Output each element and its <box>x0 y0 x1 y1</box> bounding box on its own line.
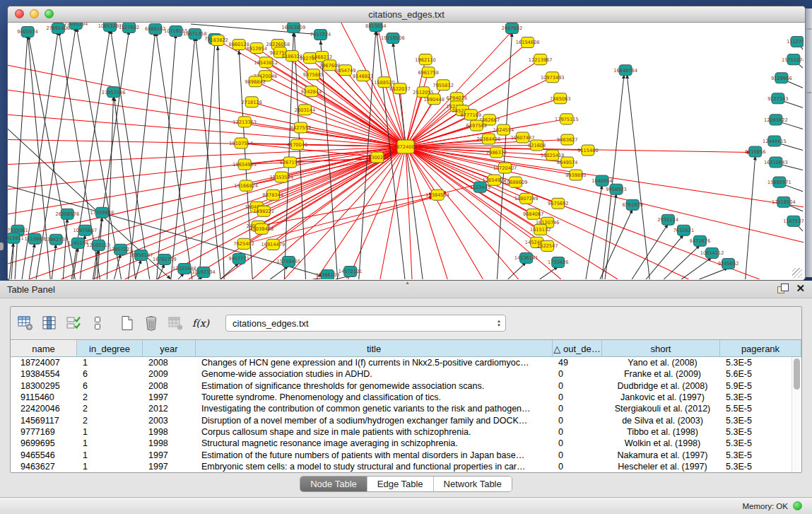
citation-edge-black[interactable] <box>196 37 220 279</box>
network-canvas[interactable]: 9405574276914062103519410653287152760264… <box>8 23 804 279</box>
table-cell-pagerank[interactable]: 5.3E-5 <box>720 450 801 460</box>
citation-edge-red[interactable] <box>8 65 406 146</box>
select-column-button[interactable] <box>39 313 60 334</box>
table-cell-out_de[interactable]: 0 <box>553 462 602 472</box>
table-cell-pagerank[interactable]: 5.3E-5 <box>720 427 801 437</box>
table-cell-out_de[interactable]: 0 <box>553 450 602 460</box>
table-row[interactable]: 969969511998Structural magnetic resonanc… <box>11 438 801 449</box>
citation-edge-black[interactable] <box>508 262 526 279</box>
table-cell-title[interactable]: Genome-wide association studies in ADHD. <box>196 369 553 379</box>
citation-edge-black[interactable] <box>220 263 239 279</box>
table-cell-short[interactable]: Hescheler et al. (1997) <box>602 462 720 472</box>
citation-edge-black[interactable] <box>627 74 649 279</box>
table-cell-year[interactable]: 1997 <box>143 450 196 460</box>
citation-edge-black[interactable] <box>540 267 558 279</box>
citation-edge-black[interactable] <box>393 42 423 279</box>
window-resize-grip[interactable] <box>792 268 802 278</box>
table-row[interactable]: 946362711997Embryonic stem cells: a mode… <box>11 461 801 472</box>
row-checks-button[interactable] <box>63 313 84 334</box>
table-cell-pagerank[interactable]: 5.6E-5 <box>720 369 801 379</box>
table-cell-short[interactable]: Wolkin et al. (1998) <box>602 438 720 448</box>
column-header-in_degree[interactable]: in_degree <box>77 340 143 356</box>
close-window-button[interactable] <box>15 9 24 18</box>
citation-edge-black[interactable] <box>284 32 293 279</box>
table-cell-pagerank[interactable]: 5.9E-5 <box>720 381 801 391</box>
table-cell-title[interactable]: Structural magnetic resonance image aver… <box>196 438 553 448</box>
table-cell-short[interactable]: Nakamura et al. (1997) <box>602 450 720 460</box>
citation-edge-red[interactable] <box>406 146 804 242</box>
table-cell-title[interactable]: Tourette syndrome. Phenomenology and cla… <box>196 392 553 402</box>
table-cell-title[interactable]: Estimation of the future numbers of pati… <box>196 450 553 460</box>
tab-node-table[interactable]: Node Table <box>300 477 367 491</box>
table-cell-pagerank[interactable]: 5.3E-5 <box>720 358 801 368</box>
table-cell-year[interactable]: 2012 <box>143 404 196 414</box>
table-cell-year[interactable]: 2008 <box>143 358 196 368</box>
table-cell-year[interactable]: 1998 <box>143 427 196 437</box>
citation-edge-black[interactable] <box>294 33 305 279</box>
citation-edge-black[interactable] <box>699 268 728 279</box>
table-cell-pagerank[interactable]: 5.3E-5 <box>720 416 801 426</box>
table-cell-name[interactable]: 22420046 <box>11 404 77 414</box>
citation-edge-black[interactable] <box>156 32 192 279</box>
new-file-button[interactable] <box>117 313 138 334</box>
table-row[interactable]: 2242004622012Investigating the contribut… <box>11 403 801 414</box>
stacked-view-button[interactable] <box>87 313 108 334</box>
citation-edge-black[interactable] <box>600 209 632 279</box>
table-row[interactable]: 1830029562008Estimation of significance … <box>11 380 801 392</box>
table-cell-short[interactable]: de Silva et al. (2003) <box>602 416 720 426</box>
table-cell-in_degree[interactable]: 1 <box>77 358 143 368</box>
citation-edge-black[interactable] <box>199 42 215 279</box>
table-cell-out_de[interactable]: 49 <box>553 358 602 368</box>
table-row[interactable]: 1872400712008Changes of HCN gene express… <box>11 357 801 368</box>
tab-edge-table[interactable]: Edge Table <box>367 477 433 491</box>
table-cell-title[interactable]: Embryonic stem cells: a model to study s… <box>196 462 553 472</box>
network-window-titlebar[interactable]: citations_edges.txt <box>8 6 805 23</box>
table-cell-out_de[interactable]: 0 <box>553 438 602 448</box>
citation-edge-black[interactable] <box>646 235 683 279</box>
table-cell-name[interactable]: 9465546 <box>11 450 77 460</box>
tab-network-table[interactable]: Network Table <box>433 477 512 491</box>
table-row[interactable]: 1938455462009Genome-wide association stu… <box>11 368 801 380</box>
table-cell-in_degree[interactable]: 2 <box>77 392 143 402</box>
table-cell-out_de[interactable]: 0 <box>553 427 602 437</box>
column-header-name[interactable]: name <box>11 340 77 356</box>
function-builder-button[interactable]: f(x) <box>189 313 213 334</box>
table-cell-in_degree[interactable]: 2 <box>77 404 143 414</box>
table-row[interactable]: 946554611997Estimation of the future num… <box>11 449 801 460</box>
table-cell-name[interactable]: 18724007 <box>11 358 77 368</box>
citation-edge-black[interactable] <box>218 46 224 279</box>
table-cell-title[interactable]: Disruption of a novel member of a sodium… <box>196 416 553 426</box>
table-cell-name[interactable]: 14569117 <box>11 416 77 426</box>
close-panel-icon[interactable]: ✕ <box>796 283 805 294</box>
table-scrollbar[interactable] <box>792 357 801 472</box>
table-cell-out_de[interactable]: 0 <box>553 369 602 379</box>
table-cell-year[interactable]: 2009 <box>143 369 196 379</box>
table-cell-short[interactable]: Stergiakouli et al. (2012) <box>602 404 720 414</box>
table-cell-title[interactable]: Corpus callosum shape and size in male p… <box>196 427 553 437</box>
citation-edge-red[interactable] <box>8 90 406 146</box>
table-row[interactable]: 977716911998Corpus callosum shape and si… <box>11 426 801 438</box>
citation-edge-black[interactable] <box>157 34 176 279</box>
citation-edge-black[interactable] <box>136 259 141 279</box>
panel-splitter-handle[interactable]: ▴ <box>406 279 409 286</box>
table-cell-in_degree[interactable]: 6 <box>77 381 143 391</box>
citation-edge-black[interactable] <box>632 224 668 279</box>
table-row[interactable]: 911546021997Tourette syndrome. Phenomeno… <box>11 392 801 403</box>
citation-edge-red[interactable] <box>406 146 760 279</box>
table-cell-name[interactable]: 19384554 <box>11 369 77 379</box>
table-cell-short[interactable]: Dudbridge et al. (2008) <box>602 381 720 391</box>
table-cell-name[interactable]: 9699695 <box>11 438 77 448</box>
table-settings-button[interactable] <box>15 313 36 334</box>
table-cell-year[interactable]: 2008 <box>143 381 196 391</box>
table-cell-in_degree[interactable]: 1 <box>77 450 143 460</box>
zoom-window-button[interactable] <box>45 9 54 18</box>
table-cell-pagerank[interactable]: 5.3E-5 <box>720 438 801 448</box>
table-cell-title[interactable]: Estimation of significance thresholds fo… <box>196 381 553 391</box>
table-cell-year[interactable]: 1997 <box>143 392 196 402</box>
table-cell-short[interactable]: Tibbo et al. (1998) <box>602 427 720 437</box>
column-header-year[interactable]: year <box>143 340 196 356</box>
citation-edge-black[interactable] <box>29 243 35 279</box>
table-cell-name[interactable]: 18300295 <box>11 381 77 391</box>
table-cell-title[interactable]: Changes of HCN gene expression and I(f) … <box>196 358 553 368</box>
table-row[interactable]: 1456911722003Disruption of a novel membe… <box>11 414 801 426</box>
